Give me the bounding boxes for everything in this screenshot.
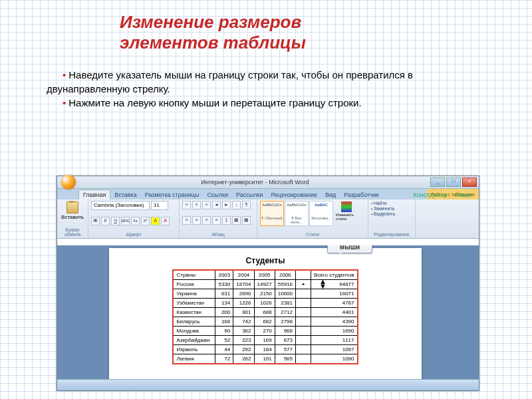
office-button[interactable] — [61, 175, 76, 190]
justify-button[interactable]: ≡ — [212, 216, 221, 225]
minimize-button[interactable]: _ — [430, 178, 445, 187]
align-center-button[interactable]: ≡ — [192, 216, 201, 225]
shading-button[interactable]: ▦ — [232, 216, 241, 225]
style-nospacing[interactable]: АаВbСсDc¶ Без инте... — [285, 201, 309, 226]
tab-home[interactable]: Главная — [78, 190, 110, 200]
tab-review[interactable]: Рецензирование — [267, 190, 321, 200]
align-right-button[interactable]: ≡ — [202, 216, 211, 225]
word-window: Интернет-университет - Microsoft Word _ … — [57, 176, 479, 391]
indent-right-button[interactable]: ► — [222, 201, 231, 209]
find-button[interactable]: Найти — [371, 201, 412, 205]
replace-button[interactable]: Заменить — [371, 206, 412, 211]
superscript-button[interactable]: x² — [141, 217, 150, 225]
tab-view[interactable]: Вид — [321, 190, 340, 200]
tab-mailings[interactable]: Рассылки — [232, 190, 267, 200]
strike-button[interactable]: abc — [121, 217, 130, 225]
show-marks-button[interactable]: ¶ — [242, 201, 251, 209]
document-area[interactable]: Указательмыши Студенты Страны20032004200… — [57, 245, 479, 380]
indent-left-button[interactable]: ◄ — [212, 201, 221, 209]
doc-title: Студенты — [109, 256, 422, 265]
line-spacing-button[interactable]: ‡ — [222, 216, 231, 225]
status-bar[interactable] — [57, 379, 479, 390]
tab-references[interactable]: Ссылки — [203, 190, 232, 200]
font-name[interactable]: Cambria (Заголовки) — [91, 201, 150, 210]
sort-button[interactable]: ↓ — [232, 201, 241, 209]
data-table[interactable]: Страны2003200420052006Всего студентовРос… — [172, 269, 358, 364]
resize-cursor-icon: ▲▼ — [319, 279, 327, 288]
paste-button[interactable]: Вставить — [60, 201, 85, 221]
callout-pointer: Указательмыши — [327, 245, 372, 253]
align-left-button[interactable]: ≡ — [182, 216, 191, 225]
style-heading1[interactable]: АаBbCЗаголово... — [309, 201, 333, 226]
close-button[interactable]: × — [462, 178, 477, 187]
underline-button[interactable]: Ч — [111, 217, 120, 225]
ribbon: Вставить Буфер обмена Cambria (Заголовки… — [57, 200, 479, 239]
styles-icon — [341, 201, 352, 212]
clipboard-icon — [66, 201, 78, 213]
maximize-button[interactable]: □ — [446, 178, 461, 187]
select-button[interactable]: Выделить — [371, 211, 412, 216]
tab-developer[interactable]: Разработчик — [340, 190, 382, 200]
title-bar[interactable]: Интернет-университет - Microsoft Word _ … — [57, 176, 479, 189]
borders-button[interactable]: ▦ — [242, 216, 251, 225]
window-title: Интернет-университет - Microsoft Word — [80, 179, 430, 186]
tab-table-layout[interactable]: Макет — [452, 190, 476, 200]
slide-title: Изменение размеров элементов таблицы — [0, 0, 532, 53]
tab-design[interactable]: Конструктор — [409, 190, 451, 200]
bold-button[interactable]: Ж — [91, 217, 100, 225]
numbering-button[interactable]: ≡ — [192, 201, 201, 209]
italic-button[interactable]: К — [101, 217, 110, 225]
multilevel-button[interactable]: ≡ — [202, 201, 211, 209]
tab-insert[interactable]: Вставка — [110, 190, 140, 200]
change-styles-button[interactable]: Изменить стили — [334, 201, 359, 226]
tab-layout[interactable]: Разметка страницы — [141, 190, 203, 200]
style-normal[interactable]: АаВbСсDc¶ Обычный — [260, 201, 284, 226]
page: Указательмыши Студенты Страны20032004200… — [109, 248, 422, 380]
font-color-button[interactable]: A — [161, 217, 170, 225]
highlight-button[interactable]: A — [151, 217, 160, 225]
slide-bullets: Наведите указатель мыши на границу строк… — [0, 53, 532, 110]
subscript-button[interactable]: x₂ — [131, 217, 140, 225]
font-size[interactable]: 11 — [151, 201, 168, 210]
bullets-button[interactable]: ≡ — [182, 201, 191, 209]
